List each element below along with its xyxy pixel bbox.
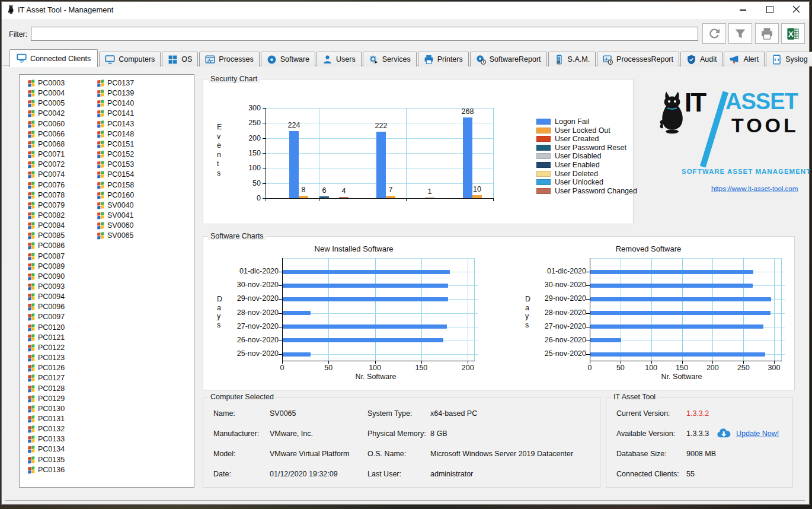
client-list-item[interactable]: PC0084 [27,221,65,230]
tab-printers[interactable]: Printers [418,52,469,66]
client-list-item[interactable]: PC0123 [27,353,65,362]
client-list-item[interactable]: PC0153 [97,160,134,169]
client-list-item[interactable]: PC0148 [97,129,134,139]
client-list-item[interactable]: SV0060 [97,221,133,230]
client-list-item[interactable]: PC0129 [27,394,65,403]
client-list-item[interactable]: SV0065 [97,231,133,240]
tab-softwarereport[interactable]: SoftwareReport [470,52,547,66]
client-list-item[interactable]: PC0096 [27,302,65,311]
client-list-item[interactable]: PC0131 [27,414,65,424]
tab-label: Services [382,55,411,63]
filter-button[interactable] [728,23,752,44]
client-list-item[interactable]: PC0122 [27,343,65,352]
client-list-item[interactable]: PC0042 [27,109,65,118]
client-list-item[interactable]: PC0094 [27,292,65,301]
client-list-item[interactable]: PC0089 [27,262,65,271]
client-list-item[interactable]: PC0154 [97,170,134,179]
monitor-icon [105,55,115,65]
hchart-category-label: 26-nov-2020 [222,336,279,344]
tab-connected-clients[interactable]: Connected Clients [9,49,98,67]
info-label: Date: [213,470,231,478]
client-list-item[interactable]: PC0140 [97,98,134,108]
maximize-button[interactable] [763,4,776,15]
client-list-item[interactable]: PC0074 [27,170,65,179]
client-list-item[interactable]: PC0133 [27,434,65,444]
client-list-item[interactable]: PC0079 [27,201,65,210]
tab-software[interactable]: Software [261,52,315,66]
client-list-item[interactable]: PC0126 [27,363,65,373]
client-list-item[interactable]: SV0040 [97,201,133,210]
services-icon [369,55,379,65]
client-list-item[interactable]: PC0136 [27,465,65,475]
client-list-item[interactable]: PC0060 [27,119,65,129]
title-bar [2,2,809,19]
client-list-item[interactable]: PC0005 [27,98,65,108]
hchart-plot-border-top [282,258,474,259]
update-now-link[interactable]: Update Now! [736,430,779,438]
client-list-item[interactable]: PC0066 [27,129,65,139]
tab-syslog[interactable]: Syslog [766,52,812,66]
hchart-category-label: 27-nov-2020 [222,322,279,330]
website-link[interactable]: https://www.it-asset-tool.com [711,185,798,192]
client-list-item[interactable]: PC0078 [27,190,65,200]
client-list-item[interactable]: PC0068 [27,139,65,149]
client-list-item[interactable]: PC0135 [27,455,65,465]
client-list-item[interactable]: PC0086 [27,241,65,250]
print-button[interactable] [755,23,779,44]
hchart-plot-border-right [781,258,782,361]
tab-audit[interactable]: Audit [680,52,723,66]
tab-alert[interactable]: Alert [724,52,765,66]
security-bar-value: 7 [379,186,402,194]
tab-users[interactable]: Users [317,52,362,66]
client-list-item[interactable]: PC0151 [97,139,134,149]
user-icon [322,55,333,65]
refresh-button[interactable] [702,23,726,44]
client-list-item[interactable]: PC0137 [97,78,134,88]
printer-icon [424,55,434,65]
tab-processesreport[interactable]: ProcessesReport [597,52,679,66]
export-excel-button[interactable]: X [781,23,805,44]
client-list-item[interactable]: PC0072 [27,160,65,169]
client-list-item[interactable]: PC0097 [27,312,65,322]
client-list-item[interactable]: PC0139 [97,88,134,98]
client-list-item[interactable]: PC0127 [27,373,65,383]
client-list-item[interactable]: PC0003 [27,78,65,88]
client-list-item[interactable]: PC0093 [27,282,65,291]
client-name: PC0060 [38,120,65,128]
client-list-item[interactable]: PC0134 [27,444,65,454]
client-list-item[interactable]: PC0128 [27,384,65,393]
client-list-item[interactable]: PC0090 [27,272,65,281]
legend-swatch [536,171,551,177]
client-list-item[interactable]: PC0121 [27,333,65,342]
tab-s-a-m[interactable]: S.A.M. [548,52,596,66]
info-label: Physical Memory: [367,430,426,438]
client-list-item[interactable]: PC0082 [27,211,65,220]
client-list-item[interactable]: PC0143 [97,119,134,129]
client-list-item[interactable]: PC0120 [27,323,65,332]
legend-label: User Disabled [555,152,602,160]
cloud-download-icon[interactable] [716,427,731,439]
minimize-button[interactable] [737,4,750,15]
client-list-item[interactable]: PC0130 [27,404,65,413]
legend-label: User Unlocked [555,178,603,186]
filter-input[interactable] [31,27,698,41]
client-list-item[interactable]: SV0041 [97,211,133,220]
client-list-item[interactable]: PC0085 [27,231,65,240]
client-list-item[interactable]: PC0132 [27,424,65,434]
client-list-item[interactable]: PC0076 [27,180,65,190]
hchart-category-label: 28-nov-2020 [222,308,279,317]
windows-flag-icon [27,456,36,464]
client-list-item[interactable]: PC0158 [97,180,134,190]
client-list-item[interactable]: PC0160 [97,190,134,200]
client-list-item[interactable]: PC0141 [97,109,134,118]
client-list-item[interactable]: PC0071 [27,149,65,159]
client-list-item[interactable]: PC0152 [97,149,134,159]
client-list-item[interactable]: PC0087 [27,252,65,261]
tab-processes[interactable]: Processes [199,52,259,66]
tab-os[interactable]: OS [162,52,198,66]
client-list-item[interactable]: PC0004 [27,88,65,98]
tab-services[interactable]: Services [363,52,417,66]
close-button[interactable] [790,4,803,15]
client-name: PC0072 [38,160,65,168]
tab-computers[interactable]: Computers [99,52,161,66]
